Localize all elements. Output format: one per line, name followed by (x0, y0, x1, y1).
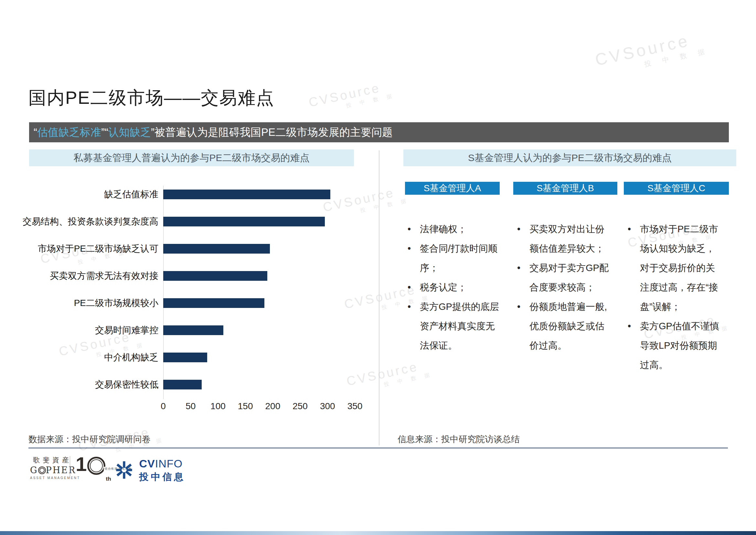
bottom-accent-bar (0, 531, 756, 535)
panel-divider (379, 151, 379, 445)
gopher-logo-sub: ASSET MANAGEMENT (30, 476, 68, 480)
banner-plain-text: ” (151, 126, 154, 138)
banner-plain-text: “ (34, 126, 37, 138)
chart-category-label: 交易保密性较低 (19, 380, 158, 389)
page-title: 国内PE二级市场——交易难点 (28, 86, 274, 110)
y-axis-line (163, 186, 164, 399)
cvinfo-logo: CVINFO 投中信息 (115, 457, 185, 484)
left-source-note: 数据来源：投中研究院调研问卷 (28, 434, 150, 445)
cvsource-watermark: CVSource投 中 数 据 (593, 27, 710, 79)
cvsource-watermark: CVSource投 中 数 据 (322, 182, 410, 222)
banner-highlight-text: 估值缺乏标准 (37, 126, 101, 138)
key-message-banner: “估值缺乏标准”“认知缺乏”被普遍认为是阻碍我国PE二级市场发展的主要问题 (29, 122, 729, 142)
difficulty-bullet-list: 买卖双方对出让份额估值差异较大；交易对于卖方GP配合度要求较高；份额质地普遍一般… (515, 219, 612, 355)
chart-category-label: 交易时间难掌控 (19, 325, 158, 335)
difficulty-bullet: 交易对于卖方GP配合度要求较高； (515, 258, 612, 297)
tenth-anniversary-logo: 1组合有道 稳见未来th (76, 453, 111, 482)
tenth-ring-icon: 组合有道 稳见未来 (87, 457, 105, 475)
chart-bar (163, 217, 325, 226)
footer-rule (28, 448, 728, 448)
banner-plain-text: 被普遍认为是阻碍我国PE二级市场发展的主要问题 (154, 126, 393, 138)
banner-text: “估值缺乏标准”“认知缺乏”被普遍认为是阻碍我国PE二级市场发展的主要问题 (34, 126, 393, 138)
chart-bar (163, 244, 270, 254)
gopher-logo-en: GPHER (30, 465, 68, 475)
x-axis-tick-label: 0 (161, 401, 166, 411)
gopher-o-icon (38, 466, 46, 474)
banner-highlight-text: 认知缺乏 (108, 126, 151, 138)
difficulty-bullet: 份额质地普遍一般,优质份额缺乏或估价过高。 (515, 297, 612, 355)
difficulty-bullet: 法律确权； (405, 219, 502, 239)
difficulty-bullet: 卖方GP估值不谨慎导致LP对份额预期过高。 (625, 316, 723, 375)
chart-bar (163, 271, 267, 281)
x-axis-tick-label: 350 (347, 401, 363, 411)
right-panel-title: S基金管理人认为的参与PE二级市场交易的难点 (403, 150, 736, 166)
x-axis-tick-label: 200 (265, 401, 280, 411)
cvsource-watermark: CVSource投 中 数 据 (308, 77, 396, 117)
cvsource-watermark: CVSource投 中 数 据 (345, 356, 434, 396)
banner-plain-text: ”“ (101, 126, 108, 138)
right-source-note: 信息来源：投中研究院访谈总结 (397, 434, 520, 445)
x-axis-tick-label: 50 (185, 401, 196, 411)
chart-category-label: 市场对于PE二级市场缺乏认可 (19, 244, 158, 254)
cvsource-watermark: CVSource投 中 数 据 (58, 326, 146, 366)
fund-manager-column-header: S基金管理人C (624, 182, 729, 195)
chart-bar (163, 189, 330, 199)
difficulty-bullet: 卖方GP提供的底层资产材料真实度无法保证。 (405, 297, 502, 355)
x-axis-tick-label: 300 (320, 401, 335, 411)
chart-category-label: 交易结构、投资条款谈判复杂度高 (19, 217, 158, 226)
difficulty-bullet: 市场对于PE二级市场认知较为缺乏，对于交易折价的关注度过高，存在“接盘”误解； (625, 219, 723, 316)
chart-category-label: 缺乏估值标准 (19, 189, 158, 199)
fund-manager-column-header: S基金管理人B (513, 182, 617, 195)
x-axis-tick-label: 100 (210, 401, 226, 411)
difficulty-bullet: 买卖双方对出让份额估值差异较大； (515, 219, 612, 258)
difficulty-bullet-list: 市场对于PE二级市场认知较为缺乏，对于交易折价的关注度过高，存在“接盘”误解；卖… (625, 219, 723, 375)
difficulty-bullet: 税务认定； (405, 277, 502, 297)
slide: CVSource投 中 数 据 CVSource投 中 数 据 CVSource… (0, 0, 756, 535)
cvinfo-logo-text: CVINFO 投中信息 (139, 457, 185, 484)
chart-bar (163, 298, 264, 308)
cvinfo-starburst-icon (115, 461, 133, 480)
chart-category-label: 中介机构缺乏 (19, 352, 158, 362)
chart-bar (163, 325, 223, 335)
difficulty-bullet-list: 法律确权；签合同/打款时间顺序；税务认定；卖方GP提供的底层资产材料真实度无法保… (405, 219, 502, 355)
chart-category-label: PE二级市场规模较小 (19, 298, 158, 308)
gopher-logo-cn: 歌斐資産 (33, 455, 68, 465)
logo-divider (70, 456, 70, 476)
x-axis-tick-label: 250 (292, 401, 308, 411)
cvsource-watermark: CVSource投 中 数 据 (39, 234, 128, 273)
chart-bar (163, 352, 207, 362)
fund-manager-column-header: S基金管理人A (405, 182, 500, 195)
chart-bar (163, 380, 202, 389)
x-axis-tick-label: 150 (238, 401, 253, 411)
difficulty-bullet: 签合同/打款时间顺序； (405, 239, 502, 277)
left-chart-title: 私募基金管理人普遍认为的参与PE二级市场交易的难点 (29, 150, 354, 166)
gopher-logo: 歌斐資産 GPHER ASSET MANAGEMENT (30, 455, 68, 480)
chart-category-label: 买卖双方需求无法有效对接 (19, 271, 158, 281)
